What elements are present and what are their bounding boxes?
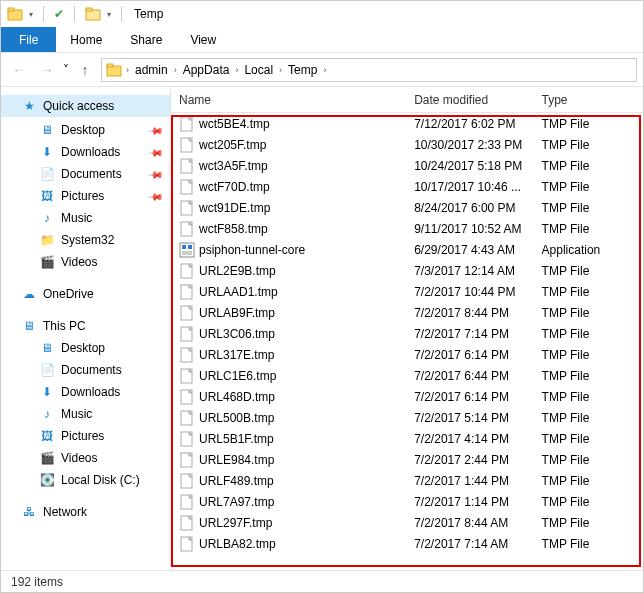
nav-item[interactable]: 📄Documents	[1, 359, 170, 381]
file-icon	[179, 116, 195, 132]
crumb-1[interactable]: AppData	[179, 63, 234, 77]
file-name-cell: wct3A5F.tmp	[171, 158, 406, 174]
pc-icon: 🖥	[21, 319, 37, 333]
nav-network[interactable]: 🖧 Network	[1, 501, 170, 523]
nav-item[interactable]: 💽Local Disk (C:)	[1, 469, 170, 491]
file-name-cell: URL317E.tmp	[171, 347, 406, 363]
file-icon	[179, 326, 195, 342]
file-row[interactable]: URLAB9F.tmp7/2/2017 8:44 PMTMP File	[171, 302, 643, 323]
file-row[interactable]: URL297F.tmp7/2/2017 8:44 AMTMP File	[171, 512, 643, 533]
nav-label: Documents	[61, 363, 122, 377]
nav-item[interactable]: ♪Music	[1, 207, 170, 229]
nav-item[interactable]: 🎬Videos	[1, 251, 170, 273]
qat-dropdown-icon[interactable]: ▾	[107, 10, 111, 19]
check-icon[interactable]: ✔	[54, 7, 64, 21]
chevron-right-icon[interactable]: ›	[277, 65, 284, 75]
file-row[interactable]: URL3C06.tmp7/2/2017 7:14 PMTMP File	[171, 323, 643, 344]
chevron-right-icon[interactable]: ›	[172, 65, 179, 75]
file-row[interactable]: URL7A97.tmp7/2/2017 1:14 PMTMP File	[171, 491, 643, 512]
file-type-cell: TMP File	[534, 348, 643, 362]
tab-share[interactable]: Share	[116, 27, 176, 52]
svg-rect-15	[182, 251, 192, 255]
file-row[interactable]: URLAAD1.tmp7/2/2017 10:44 PMTMP File	[171, 281, 643, 302]
file-row[interactable]: URL317E.tmp7/2/2017 6:14 PMTMP File	[171, 344, 643, 365]
nav-item[interactable]: 📁System32	[1, 229, 170, 251]
file-icon	[179, 452, 195, 468]
file-name-cell: wctF70D.tmp	[171, 179, 406, 195]
nav-label: Network	[43, 505, 87, 519]
folder-open-icon[interactable]	[85, 6, 101, 22]
svg-rect-14	[188, 245, 192, 249]
file-row[interactable]: wct5BE4.tmp7/12/2017 6:02 PMTMP File	[171, 113, 643, 134]
nav-item[interactable]: ♪Music	[1, 403, 170, 425]
chevron-right-icon[interactable]: ›	[233, 65, 240, 75]
file-row[interactable]: psiphon-tunnel-core6/29/2017 4:43 AMAppl…	[171, 239, 643, 260]
file-row[interactable]: wctF858.tmp9/11/2017 10:52 AMTMP File	[171, 218, 643, 239]
tab-view[interactable]: View	[176, 27, 230, 52]
nav-this-pc[interactable]: 🖥 This PC	[1, 315, 170, 337]
nav-label: Downloads	[61, 145, 120, 159]
file-icon	[179, 368, 195, 384]
file-date-cell: 7/2/2017 6:14 PM	[406, 348, 533, 362]
file-row[interactable]: wctF70D.tmp10/17/2017 10:46 ...TMP File	[171, 176, 643, 197]
file-row[interactable]: URLBA82.tmp7/2/2017 7:14 AMTMP File	[171, 533, 643, 554]
file-name: URL297F.tmp	[199, 516, 272, 530]
nav-item[interactable]: ⬇Downloads	[1, 381, 170, 403]
nav-label: Videos	[61, 255, 97, 269]
file-name-cell: URL2E9B.tmp	[171, 263, 406, 279]
column-type[interactable]: Type	[534, 87, 643, 112]
file-name: URL3C06.tmp	[199, 327, 275, 341]
crumb-0[interactable]: admin	[131, 63, 172, 77]
file-icon	[179, 263, 195, 279]
chevron-right-icon[interactable]: ›	[124, 65, 131, 75]
back-button[interactable]: ←	[7, 58, 31, 82]
folder-icon: 🎬	[39, 255, 55, 269]
file-row[interactable]: URLF489.tmp7/2/2017 1:44 PMTMP File	[171, 470, 643, 491]
file-row[interactable]: wct91DE.tmp8/24/2017 6:00 PMTMP File	[171, 197, 643, 218]
file-row[interactable]: URL2E9B.tmp7/3/2017 12:14 AMTMP File	[171, 260, 643, 281]
file-row[interactable]: URL5B1F.tmp7/2/2017 4:14 PMTMP File	[171, 428, 643, 449]
file-row[interactable]: URL468D.tmp7/2/2017 6:14 PMTMP File	[171, 386, 643, 407]
breadcrumb[interactable]: › admin › AppData › Local › Temp ›	[101, 58, 637, 82]
column-name[interactable]: Name	[171, 87, 406, 112]
file-date-cell: 10/30/2017 2:33 PM	[406, 138, 533, 152]
nav-item[interactable]: ⬇Downloads📌	[1, 141, 170, 163]
crumb-2[interactable]: Local	[240, 63, 277, 77]
forward-button[interactable]: →	[35, 58, 59, 82]
file-type-cell: TMP File	[534, 369, 643, 383]
tab-home[interactable]: Home	[56, 27, 116, 52]
file-row[interactable]: URL500B.tmp7/2/2017 5:14 PMTMP File	[171, 407, 643, 428]
file-date-cell: 7/2/2017 6:14 PM	[406, 390, 533, 404]
file-name-cell: wct205F.tmp	[171, 137, 406, 153]
nav-item[interactable]: 🖼Pictures📌	[1, 185, 170, 207]
file-name-cell: URL7A97.tmp	[171, 494, 406, 510]
nav-onedrive[interactable]: ☁ OneDrive	[1, 283, 170, 305]
up-button[interactable]: ↑	[73, 58, 97, 82]
chevron-right-icon[interactable]: ›	[321, 65, 328, 75]
file-row[interactable]: wct3A5F.tmp10/24/2017 5:18 PMTMP File	[171, 155, 643, 176]
file-name-cell: URLAB9F.tmp	[171, 305, 406, 321]
file-row[interactable]: wct205F.tmp10/30/2017 2:33 PMTMP File	[171, 134, 643, 155]
file-icon	[179, 221, 195, 237]
nav-label: System32	[61, 233, 114, 247]
file-name: URL5B1F.tmp	[199, 432, 274, 446]
file-name: wctF858.tmp	[199, 222, 268, 236]
qat-dropdown-icon[interactable]: ▾	[29, 10, 33, 19]
file-row[interactable]: URLE984.tmp7/2/2017 2:44 PMTMP File	[171, 449, 643, 470]
nav-item[interactable]: 🖥Desktop📌	[1, 119, 170, 141]
nav-item[interactable]: 🖥Desktop	[1, 337, 170, 359]
file-list[interactable]: wct5BE4.tmp7/12/2017 6:02 PMTMP Filewct2…	[171, 113, 643, 570]
nav-item[interactable]: 🖼Pictures	[1, 425, 170, 447]
history-dropdown-icon[interactable]: ˅	[63, 63, 69, 77]
network-icon: 🖧	[21, 505, 37, 519]
nav-quick-access[interactable]: ★ Quick access	[1, 95, 170, 117]
nav-item[interactable]: 📄Documents📌	[1, 163, 170, 185]
nav-item[interactable]: 🎬Videos	[1, 447, 170, 469]
tab-file[interactable]: File	[1, 27, 56, 52]
file-icon	[179, 389, 195, 405]
crumb-3[interactable]: Temp	[284, 63, 321, 77]
file-row[interactable]: URLC1E6.tmp7/2/2017 6:44 PMTMP File	[171, 365, 643, 386]
column-date[interactable]: Date modified	[406, 87, 533, 112]
file-type-cell: TMP File	[534, 138, 643, 152]
file-type-cell: Application	[534, 243, 643, 257]
